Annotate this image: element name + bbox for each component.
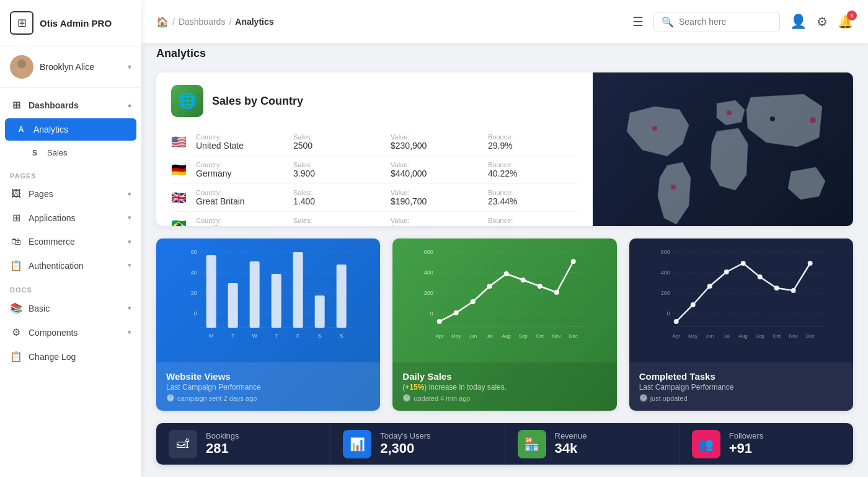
daily-sales-chart: 600 400 200 0 <box>392 239 616 362</box>
logo-icon: ⊞ <box>10 11 33 35</box>
breadcrumb-analytics: Analytics <box>235 17 273 27</box>
search-input[interactable] <box>679 17 772 27</box>
country-name-col: Country: United State <box>196 133 286 151</box>
breadcrumb: 🏠 / Dashboards / Analytics <box>156 16 622 28</box>
country-name-col: Country: Brasil <box>196 217 286 226</box>
line-chart-svg-dark: 600 400 200 0 <box>639 246 843 345</box>
country-row: 🇩🇪 Country: Germany Sales: 3.900 Value: … <box>171 156 578 184</box>
svg-point-71 <box>757 274 762 279</box>
clock-icon: 🕐 <box>166 394 175 402</box>
sidebar-item-dashboards[interactable]: ⊞ Dashboards ▴ <box>0 93 141 117</box>
sidebar-item-pages[interactable]: 🖼 Pages ▾ <box>0 182 141 206</box>
notification-icon[interactable]: 🔔 9 <box>838 14 853 29</box>
svg-point-74 <box>807 261 812 266</box>
sidebar-item-changelog[interactable]: 📋 Change Log <box>0 344 141 369</box>
revenue-info: Revenue 34k <box>555 431 666 457</box>
ecommerce-icon: 🛍 <box>10 236 22 247</box>
website-views-title: Website Views <box>166 371 370 382</box>
sidebar-item-authentication[interactable]: 📋 Authentication ▾ <box>0 253 141 278</box>
sales-card-inner: 🌐 Sales by Country 🇺🇸 Country: United St… <box>156 72 853 226</box>
svg-point-46 <box>554 290 559 295</box>
users-value: 2,300 <box>380 440 492 457</box>
breadcrumb-separator: / <box>172 17 175 27</box>
user-icon[interactable]: 👤 <box>790 14 807 30</box>
svg-text:W: W <box>252 333 257 339</box>
country-bounce-col: Bounce: 23.44% <box>488 189 578 206</box>
dashboard-icon: ⊞ <box>10 99 22 111</box>
stats-row: 🛋 Bookings 281 📊 Today's Users 2,300 🏪 R… <box>156 423 853 465</box>
world-map <box>593 72 853 226</box>
header-right: 🔍 👤 ⚙ 🔔 9 <box>653 12 853 32</box>
avatar <box>10 55 33 79</box>
content-area: 🌐 Sales by Country 🇺🇸 Country: United St… <box>141 60 868 477</box>
sidebar-item-basic[interactable]: 📚 Basic ▾ <box>0 296 141 320</box>
sidebar-item-sales[interactable]: S Sales <box>0 142 141 164</box>
country-flag: 🇬🇧 <box>171 190 188 205</box>
svg-text:M: M <box>209 333 214 339</box>
settings-icon[interactable]: ⚙ <box>817 14 828 29</box>
chevron-down-icon: ▾ <box>128 190 131 198</box>
revenue-value: 34k <box>555 440 666 457</box>
svg-rect-18 <box>250 261 260 328</box>
sales-card-title: Sales by Country <box>212 95 303 108</box>
revenue-label: Revenue <box>555 431 666 440</box>
website-views-info: Website Views Last Campaign Performance … <box>156 362 380 411</box>
completed-tasks-title: Completed Tasks <box>639 371 843 382</box>
svg-text:T: T <box>231 333 235 339</box>
svg-text:600: 600 <box>424 249 433 255</box>
country-row: 🇺🇸 Country: United State Sales: 2500 Val… <box>171 128 578 156</box>
svg-point-72 <box>774 286 779 291</box>
daily-sales-info: Daily Sales (+15%) increase in today sal… <box>392 362 616 411</box>
svg-text:Apr: Apr <box>672 333 680 339</box>
changelog-icon: 📋 <box>10 351 22 362</box>
svg-rect-16 <box>206 255 216 328</box>
svg-text:Dec: Dec <box>805 333 814 339</box>
svg-point-5 <box>770 116 775 121</box>
svg-point-66 <box>673 319 678 324</box>
svg-text:Sep: Sep <box>519 333 528 339</box>
sales-card-header: 🌐 Sales by Country <box>171 85 578 117</box>
globe-icon: 🌐 <box>171 85 203 117</box>
sidebar-user[interactable]: Brooklyn Alice ▾ <box>0 46 141 88</box>
country-value-col: Value: $190,700 <box>391 189 480 206</box>
sidebar-item-applications[interactable]: ⊞ Applications ▾ <box>0 206 141 230</box>
users-info: Today's Users 2,300 <box>380 431 492 457</box>
svg-text:S: S <box>318 333 322 339</box>
svg-point-67 <box>690 302 695 307</box>
svg-text:Dec: Dec <box>569 333 578 339</box>
daily-sales-meta: 🕐 updated 4 min ago <box>402 394 606 402</box>
completed-tasks-subtitle: Last Campaign Performance <box>639 383 843 392</box>
completed-tasks-card: 600 400 200 0 <box>629 239 853 411</box>
svg-text:200: 200 <box>660 290 670 296</box>
svg-text:40: 40 <box>191 269 197 276</box>
chevron-down-icon: ▾ <box>128 63 131 71</box>
search-icon: 🔍 <box>662 16 674 28</box>
daily-sales-card: 600 400 200 0 <box>392 239 616 411</box>
country-bounce-col: Bounce: 32.14% <box>488 217 578 226</box>
svg-text:Jun: Jun <box>706 333 714 339</box>
svg-rect-17 <box>228 283 238 328</box>
svg-text:20: 20 <box>191 290 197 296</box>
followers-info: Followers +91 <box>729 431 841 457</box>
sidebar-item-components[interactable]: ⚙ Components ▾ <box>0 320 141 344</box>
bookings-info: Bookings 281 <box>206 431 317 457</box>
menu-icon[interactable]: ☰ <box>632 14 644 29</box>
bookings-icon: 🛋 <box>169 430 197 458</box>
country-table: 🇺🇸 Country: United State Sales: 2500 Val… <box>171 128 578 226</box>
website-views-meta: 🕐 campaign sent 2 days ago <box>166 394 370 402</box>
svg-point-44 <box>521 278 526 282</box>
search-box[interactable]: 🔍 <box>653 12 780 32</box>
sidebar-item-ecommerce[interactable]: 🛍 Ecommerce ▾ <box>0 230 141 253</box>
svg-text:Jul: Jul <box>723 333 729 339</box>
sidebar: ⊞ Otis Admin PRO Brooklyn Alice ▾ ⊞ Dash… <box>0 0 141 477</box>
home-icon: 🏠 <box>156 16 169 28</box>
svg-point-1 <box>14 69 29 79</box>
svg-point-68 <box>707 284 712 289</box>
users-icon: 📊 <box>343 430 371 458</box>
sidebar-item-analytics[interactable]: A Analytics <box>5 118 136 141</box>
svg-rect-20 <box>293 252 303 328</box>
followers-label: Followers <box>729 431 841 440</box>
svg-text:400: 400 <box>424 269 433 276</box>
components-icon: ⚙ <box>10 326 22 338</box>
daily-sales-highlight: +15% <box>405 383 424 392</box>
